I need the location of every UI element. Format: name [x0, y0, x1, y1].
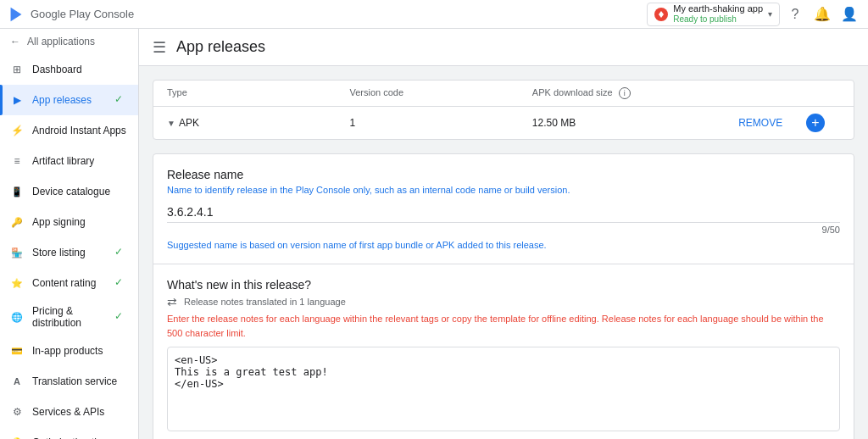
- release-notes-textarea[interactable]: <en-US> This is a great test app! </en-U…: [167, 347, 840, 431]
- optimisation-icon: 💡: [10, 436, 24, 439]
- right-panel: ☰ App releases Type Version code APK dow…: [139, 29, 868, 439]
- svg-marker-1: [659, 11, 664, 18]
- page-title: App releases: [176, 38, 265, 56]
- store-listing-icon: 🏪: [10, 246, 24, 259]
- pricing-check-icon: ✓: [114, 310, 128, 324]
- content-area: Type Version code APK download size i ▼ …: [139, 66, 868, 439]
- sidebar-item-app-releases[interactable]: ▶ App releases ✓: [0, 85, 138, 115]
- sidebar-label-services: Services & APIs: [32, 406, 104, 418]
- sidebar-back-button[interactable]: ← All applications: [0, 29, 138, 54]
- sidebar-label-in-app: In-app products: [32, 345, 103, 357]
- content-rating-check-icon: ✓: [114, 276, 128, 290]
- sidebar-label-content-rating: Content rating: [32, 277, 96, 289]
- topbar-left: Google Play Console: [7, 5, 134, 24]
- content-rating-icon: ⭐: [10, 276, 24, 290]
- sidebar-item-translation[interactable]: A Translation service: [0, 366, 138, 397]
- translated-note: Release notes translated in 1 language: [184, 297, 346, 307]
- sidebar-label-android-instant: Android Instant Apps: [32, 125, 126, 136]
- notification-button[interactable]: 🔔: [810, 3, 834, 26]
- apk-chevron-icon: ▼: [167, 119, 175, 128]
- apk-type-label: APK: [179, 117, 199, 129]
- artifact-library-icon: ≡: [10, 154, 24, 168]
- svg-marker-0: [11, 7, 22, 21]
- topbar-right: My earth-shaking app Ready to publish ▾ …: [647, 3, 861, 26]
- sidebar-item-services[interactable]: ⚙ Services & APIs: [0, 397, 138, 427]
- sidebar-item-artifact-library[interactable]: ≡ Artifact library: [0, 146, 138, 176]
- remove-apk-button[interactable]: REMOVE: [715, 117, 806, 129]
- app-icon: [654, 8, 668, 21]
- app-signing-icon: 🔑: [10, 215, 24, 229]
- hamburger-button[interactable]: ☰: [153, 38, 166, 57]
- size-info-icon[interactable]: i: [619, 87, 631, 99]
- services-icon: ⚙: [10, 405, 24, 419]
- translate-icon: ⇄: [167, 295, 177, 308]
- translation-icon: A: [10, 375, 24, 388]
- store-listing-check-icon: ✓: [114, 246, 128, 259]
- col-version: Version code: [349, 87, 531, 99]
- add-apk-button[interactable]: +: [806, 114, 825, 132]
- app-releases-check-icon: ✓: [114, 93, 128, 107]
- whats-new-title: What's new in this release?: [167, 278, 840, 292]
- release-name-title: Release name: [167, 168, 840, 181]
- main-content: Type Version code APK download size i ▼ …: [139, 66, 868, 439]
- sidebar-item-android-instant[interactable]: ⚡ Android Instant Apps: [0, 115, 138, 146]
- sidebar-item-device-catalogue[interactable]: 📱 Device catalogue: [0, 176, 138, 207]
- help-button[interactable]: ?: [783, 3, 807, 26]
- col-action: [715, 87, 806, 99]
- play-logo-icon: [7, 5, 25, 24]
- sidebar-item-dashboard[interactable]: ⊞ Dashboard: [0, 54, 138, 85]
- apk-card: Type Version code APK download size i ▼ …: [153, 80, 854, 140]
- sidebar-label-pricing: Pricing & distribution: [32, 305, 106, 329]
- sidebar-label-app-signing: App signing: [32, 216, 86, 228]
- apk-header-row: Type Version code APK download size i: [153, 81, 854, 107]
- sidebar-label-device-catalogue: Device catalogue: [32, 186, 110, 197]
- selected-app-status: Ready to publish: [673, 14, 763, 25]
- android-instant-icon: ⚡: [10, 124, 24, 137]
- sidebar-item-pricing[interactable]: 🌐 Pricing & distribution ✓: [0, 298, 138, 336]
- warning-text: Enter the release notes for each languag…: [167, 312, 840, 340]
- sidebar-item-in-app[interactable]: 💳 In-app products: [0, 336, 138, 366]
- in-app-icon: 💳: [10, 344, 24, 358]
- app-title: Google Play Console: [31, 8, 134, 20]
- release-name-section: Release name Name to identify release in…: [153, 154, 854, 264]
- sidebar-label-store-listing: Store listing: [32, 247, 86, 258]
- release-name-desc: Name to identify release in the Play Con…: [167, 185, 840, 195]
- device-catalogue-icon: 📱: [10, 185, 24, 198]
- sidebar-label-app-releases: App releases: [32, 94, 92, 106]
- release-name-input[interactable]: [167, 202, 840, 223]
- all-applications-label: All applications: [27, 36, 95, 47]
- translation-header: ⇄ Release notes translated in 1 language: [167, 295, 840, 308]
- account-button[interactable]: 👤: [837, 3, 861, 26]
- apk-type: ▼ APK: [167, 117, 349, 129]
- release-name-char-count: 9/50: [167, 225, 840, 235]
- release-name-card: Release name Name to identify release in…: [153, 153, 854, 439]
- sidebar-item-content-rating[interactable]: ⭐ Content rating ✓: [0, 268, 138, 298]
- sidebar: ← All applications ⊞ Dashboard ▶ App rel…: [0, 29, 139, 439]
- app-selector[interactable]: My earth-shaking app Ready to publish ▾: [647, 3, 780, 26]
- sidebar-label-translation: Translation service: [32, 375, 117, 387]
- topbar: Google Play Console My earth-shaking app…: [0, 0, 868, 29]
- chevron-down-icon: ▾: [768, 9, 772, 19]
- sidebar-label-dashboard: Dashboard: [32, 64, 82, 75]
- pricing-icon: 🌐: [10, 310, 24, 324]
- apk-table: Type Version code APK download size i ▼ …: [153, 81, 854, 139]
- dashboard-icon: ⊞: [10, 63, 24, 76]
- selected-app-name: My earth-shaking app: [673, 3, 763, 14]
- suggested-name-note: Suggested name is based on version name …: [167, 240, 840, 250]
- topbar-logo: Google Play Console: [7, 5, 134, 24]
- page-header: ☰ App releases: [139, 29, 868, 66]
- col-type: Type: [167, 87, 349, 99]
- col-size: APK download size i: [532, 87, 715, 99]
- sidebar-item-store-listing[interactable]: 🏪 Store listing ✓: [0, 237, 138, 268]
- sidebar-item-optimisation[interactable]: 💡 Optimisation tips: [0, 427, 138, 439]
- main-layout: ← All applications ⊞ Dashboard ▶ App rel…: [0, 29, 868, 439]
- whats-new-section: What's new in this release? ⇄ Release no…: [153, 264, 854, 439]
- apk-data-row: ▼ APK 1 12.50 MB REMOVE +: [153, 107, 854, 139]
- app-releases-icon: ▶: [10, 93, 24, 107]
- app-selector-info: My earth-shaking app Ready to publish: [673, 3, 763, 25]
- sidebar-label-artifact-library: Artifact library: [32, 155, 94, 167]
- sidebar-item-app-signing[interactable]: 🔑 App signing: [0, 207, 138, 237]
- apk-version-code: 1: [349, 117, 531, 129]
- apk-download-size: 12.50 MB: [532, 117, 715, 129]
- back-arrow-icon: ←: [10, 36, 20, 47]
